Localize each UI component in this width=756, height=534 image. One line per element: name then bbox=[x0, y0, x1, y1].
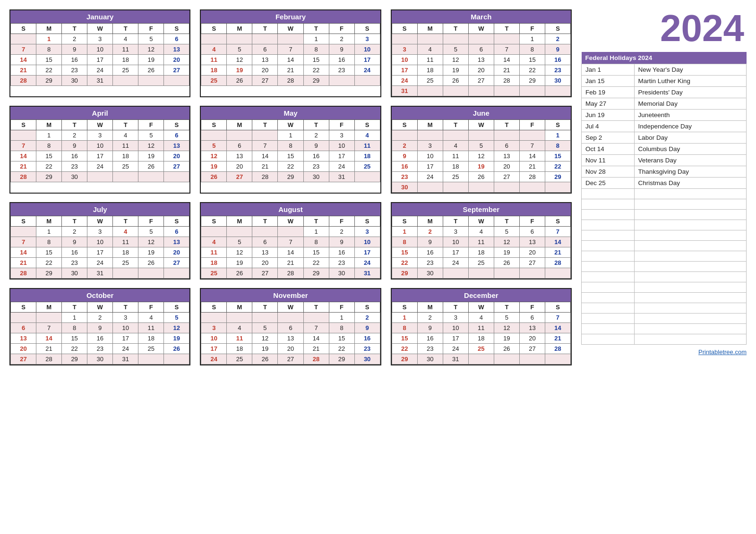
calendar-day bbox=[227, 227, 252, 237]
calendar-day: 26 bbox=[252, 354, 278, 364]
day-header: T bbox=[494, 120, 519, 130]
calendar-day: 24 bbox=[87, 161, 113, 172]
calendar-day: 3 bbox=[201, 323, 227, 333]
calendar-day: 9 bbox=[303, 141, 329, 151]
day-header: S bbox=[545, 302, 570, 313]
holiday-name: Memorial Day bbox=[634, 98, 746, 110]
calendar-day: 14 bbox=[303, 333, 329, 344]
day-header: S bbox=[354, 302, 380, 313]
calendar-day: 16 bbox=[62, 55, 87, 65]
day-header: S bbox=[545, 120, 570, 130]
calendar-day: 2 bbox=[62, 34, 87, 44]
calendar-day: 10 bbox=[201, 333, 227, 344]
day-header: T bbox=[303, 120, 329, 130]
calendar-day: 20 bbox=[519, 333, 545, 344]
month-table: SMTWTFS123456789101112131415161718192021… bbox=[392, 23, 571, 96]
calendar-day bbox=[11, 34, 36, 44]
calendar-day: 16 bbox=[392, 161, 417, 172]
month-header: March bbox=[392, 10, 571, 23]
calendar-day bbox=[252, 313, 278, 323]
holidays-table: Federal Holidays 2024 Jan 1New Year's Da… bbox=[581, 52, 747, 345]
calendar-day: 16 bbox=[417, 247, 443, 258]
calendar-day: 12 bbox=[494, 237, 519, 247]
calendar-day: 6 bbox=[164, 130, 189, 141]
calendar-day bbox=[201, 34, 227, 44]
day-header: S bbox=[164, 216, 189, 227]
calendar-day: 1 bbox=[545, 130, 570, 141]
day-header: M bbox=[417, 24, 443, 34]
calendar-day: 4 bbox=[113, 130, 138, 141]
day-header: W bbox=[468, 302, 494, 313]
calendar-day: 28 bbox=[36, 354, 62, 364]
day-header: S bbox=[392, 302, 417, 313]
day-header: T bbox=[443, 24, 468, 34]
calendar-day bbox=[519, 268, 545, 279]
day-header: F bbox=[329, 24, 354, 34]
calendar-day: 16 bbox=[354, 333, 380, 344]
calendar-day bbox=[354, 172, 380, 182]
month-block-march: MarchSMTWTFS1234567891011121314151617181… bbox=[391, 9, 572, 97]
calendar-day: 26 bbox=[227, 268, 252, 279]
sidebar: 2024 Federal Holidays 2024 Jan 1New Year… bbox=[581, 9, 747, 525]
calendar-day: 1 bbox=[392, 227, 417, 237]
calendar-day: 24 bbox=[87, 258, 113, 268]
calendar-day: 23 bbox=[354, 344, 380, 354]
calendar-day: 30 bbox=[354, 354, 380, 364]
calendar-day: 29 bbox=[519, 76, 545, 86]
calendar-day: 12 bbox=[138, 141, 164, 151]
calendar-day: 15 bbox=[303, 247, 329, 258]
calendar-day: 8 bbox=[392, 237, 417, 247]
calendar-day: 15 bbox=[62, 333, 87, 344]
blank-cell bbox=[634, 324, 746, 334]
calendar-day: 25 bbox=[113, 161, 138, 172]
calendar-day: 16 bbox=[329, 55, 354, 65]
calendar-day: 25 bbox=[201, 268, 227, 279]
calendar-day: 26 bbox=[494, 344, 519, 354]
calendar-day bbox=[468, 182, 494, 193]
calendar-day: 3 bbox=[329, 130, 354, 141]
calendar-day: 6 bbox=[164, 34, 189, 44]
calendar-day: 14 bbox=[278, 55, 303, 65]
calendar-day: 23 bbox=[329, 65, 354, 76]
calendar-day: 8 bbox=[519, 44, 545, 55]
calendar-day: 3 bbox=[354, 227, 380, 237]
calendar-day: 23 bbox=[62, 161, 87, 172]
calendar-day: 14 bbox=[494, 55, 519, 65]
calendar-day: 6 bbox=[11, 323, 36, 333]
calendar-day: 7 bbox=[494, 44, 519, 55]
month-block-june: JuneSMTWTFS12345678910111213141516171819… bbox=[391, 106, 572, 194]
blank-cell bbox=[582, 262, 635, 272]
calendar-day: 27 bbox=[11, 354, 36, 364]
blank-cell bbox=[582, 210, 635, 220]
day-header: W bbox=[87, 302, 113, 313]
calendar-day: 2 bbox=[354, 313, 380, 323]
calendar-day: 5 bbox=[494, 227, 519, 237]
day-header: S bbox=[354, 24, 380, 34]
calendar-day: 28 bbox=[545, 258, 570, 268]
calendar-day: 28 bbox=[11, 172, 36, 182]
month-table: SMTWTFS123456789101112131415161718192021… bbox=[10, 23, 189, 86]
month-header: June bbox=[392, 107, 571, 119]
calendar-day: 6 bbox=[278, 323, 303, 333]
calendar-day: 13 bbox=[252, 247, 278, 258]
calendar-day: 24 bbox=[354, 65, 380, 76]
day-header: T bbox=[113, 302, 138, 313]
day-header: S bbox=[545, 24, 570, 34]
calendar-day: 9 bbox=[354, 323, 380, 333]
calendar-day: 1 bbox=[36, 227, 62, 237]
month-table: SMTWTFS123456789101112131415161718192021… bbox=[201, 216, 380, 279]
calendar-day: 5 bbox=[494, 313, 519, 323]
calendar-day: 8 bbox=[303, 44, 329, 55]
calendar-day: 4 bbox=[138, 313, 164, 323]
calendar-day bbox=[278, 227, 303, 237]
printabletree-link[interactable]: Printabletree.com bbox=[581, 348, 747, 356]
day-header: W bbox=[278, 24, 303, 34]
blank-cell bbox=[582, 230, 635, 241]
calendar-day: 6 bbox=[252, 237, 278, 247]
calendar-day bbox=[443, 130, 468, 141]
day-header: W bbox=[468, 24, 494, 34]
calendar-day: 17 bbox=[87, 55, 113, 65]
day-header: F bbox=[138, 302, 164, 313]
calendar-day: 19 bbox=[201, 161, 227, 172]
day-header: S bbox=[392, 120, 417, 130]
